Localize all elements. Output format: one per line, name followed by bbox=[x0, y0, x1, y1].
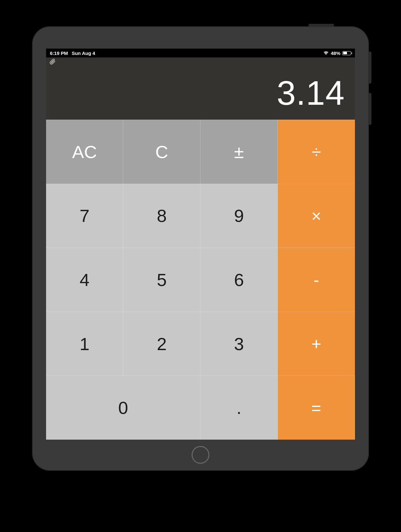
decimal-button[interactable]: . bbox=[200, 376, 278, 440]
calculator-keypad: AC C ± ÷ 7 8 9 × 4 5 6 - 1 2 3 + 0 . = bbox=[46, 120, 355, 440]
wifi-icon bbox=[323, 50, 329, 56]
paperclip-icon[interactable] bbox=[49, 58, 56, 66]
all-clear-button[interactable]: AC bbox=[46, 120, 123, 184]
digit-5-button[interactable]: 5 bbox=[123, 248, 200, 312]
volume-down-button[interactable] bbox=[369, 93, 371, 125]
minus-button[interactable]: - bbox=[278, 248, 355, 312]
digit-8-button[interactable]: 8 bbox=[123, 184, 200, 248]
screen: 6:19 PM Sun Aug 4 48% bbox=[46, 49, 355, 440]
digit-9-button[interactable]: 9 bbox=[200, 184, 278, 248]
multiply-button[interactable]: × bbox=[278, 184, 355, 248]
equals-button[interactable]: = bbox=[278, 376, 355, 440]
tablet-device-frame: 6:19 PM Sun Aug 4 48% bbox=[32, 26, 369, 471]
volume-up-button[interactable] bbox=[369, 52, 371, 83]
digit-0-button[interactable]: 0 bbox=[46, 376, 200, 440]
plus-button[interactable]: + bbox=[278, 312, 355, 376]
power-button[interactable] bbox=[309, 24, 334, 26]
status-right: 48% bbox=[323, 50, 351, 56]
digit-4-button[interactable]: 4 bbox=[46, 248, 123, 312]
battery-percent: 48% bbox=[331, 50, 340, 56]
app-toolbar bbox=[46, 57, 355, 67]
status-bar: 6:19 PM Sun Aug 4 48% bbox=[46, 49, 355, 57]
digit-3-button[interactable]: 3 bbox=[200, 312, 278, 376]
digit-7-button[interactable]: 7 bbox=[46, 184, 123, 248]
divide-button[interactable]: ÷ bbox=[278, 120, 355, 184]
digit-2-button[interactable]: 2 bbox=[123, 312, 200, 376]
status-time: 6:19 PM bbox=[50, 50, 68, 56]
digit-1-button[interactable]: 1 bbox=[46, 312, 123, 376]
calculator-display: 3.14 bbox=[46, 67, 355, 120]
status-left: 6:19 PM Sun Aug 4 bbox=[50, 50, 95, 56]
home-button[interactable] bbox=[192, 446, 209, 464]
digit-6-button[interactable]: 6 bbox=[200, 248, 278, 312]
plus-minus-button[interactable]: ± bbox=[200, 120, 278, 184]
clear-button[interactable]: C bbox=[123, 120, 200, 184]
status-date: Sun Aug 4 bbox=[72, 50, 95, 56]
battery-icon bbox=[342, 51, 351, 55]
